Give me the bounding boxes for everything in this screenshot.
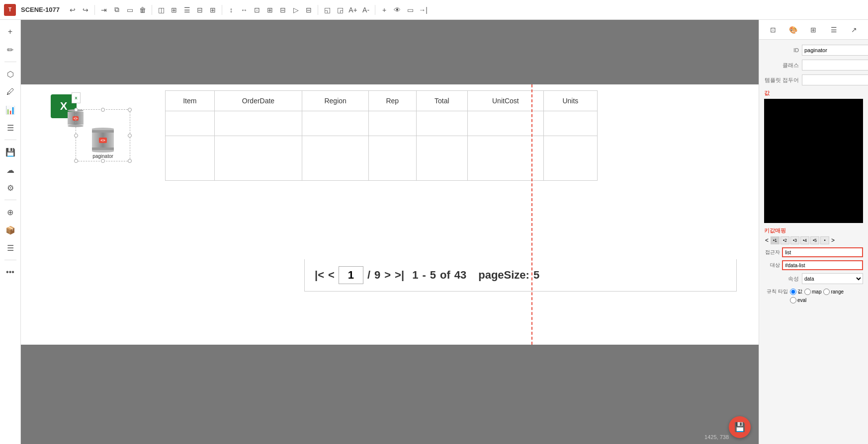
delete-icon[interactable]: 🗑 [138, 5, 148, 15]
key-tab-4[interactable]: •4 [800, 236, 809, 244]
template-prop-row: 템플릿 접두어 [764, 74, 863, 85]
excel-icon-container: X X <> [51, 94, 77, 118]
rule-radio-eval[interactable]: eval [790, 297, 806, 303]
sidebar-chart-icon[interactable]: 📊 [2, 102, 18, 118]
prev-page-btn[interactable]: < [328, 269, 335, 282]
key-tab-3[interactable]: •3 [790, 236, 799, 244]
arrow-h-icon[interactable]: ↔ [239, 5, 249, 15]
grid-icon[interactable]: ⊞ [169, 5, 179, 15]
arrow-right-icon[interactable]: →| [418, 5, 428, 15]
sidebar-add-icon[interactable]: + [2, 24, 18, 40]
tab-icon[interactable]: ⇥ [99, 5, 109, 15]
rule-radio-value[interactable]: 값 [790, 288, 802, 295]
page-number-input[interactable] [339, 266, 363, 284]
key-tab-next[interactable]: > [830, 237, 836, 244]
panel-tab-share[interactable]: ↗ [847, 23, 861, 37]
coordinates-display: 1425, 738 [704, 434, 729, 440]
paginator-box[interactable]: <> paginator [76, 109, 130, 161]
panel-tab-list[interactable]: ☰ [827, 23, 841, 37]
top-toolbar: T SCENE-1077 ↩ ↪ ⇥ ⧉ ▭ 🗑 ◫ ⊞ ☰ ⊟ ⊞ ↕ ↔ ⊡… [0, 0, 868, 20]
last-page-btn[interactable]: >| [395, 269, 404, 282]
sidebar-edit-icon[interactable]: 🖊 [2, 84, 18, 100]
target-label: 대상 [764, 262, 780, 269]
key-tab-2[interactable]: •2 [781, 236, 789, 244]
first-page-btn[interactable]: |< [315, 269, 324, 282]
grid2-icon[interactable]: ⊞ [265, 5, 275, 15]
sidebar-hex-icon[interactable]: ⬡ [2, 66, 18, 82]
toolbar-sep-3 [222, 5, 222, 15]
template-input[interactable] [802, 74, 868, 85]
red-dashed-line [531, 84, 532, 345]
cell [369, 111, 417, 136]
page-size-value: 5 [533, 269, 539, 282]
panel-tab-grid[interactable]: ⊞ [806, 23, 820, 37]
target-input[interactable] [782, 260, 863, 270]
rule-type-row: 규칙 타입 값 map range [764, 288, 863, 295]
plus-rect-icon[interactable]: ⊞ [208, 5, 218, 15]
key-tab-prev[interactable]: < [764, 237, 770, 244]
box-icon[interactable]: ⊡ [252, 5, 262, 15]
sidebar-more-icon[interactable]: ••• [2, 264, 18, 280]
page-separator: / [367, 269, 370, 282]
sidebar-gear-icon[interactable]: ⚙ [2, 180, 18, 196]
rect-icon[interactable]: ▭ [125, 5, 135, 15]
copy-icon[interactable]: ⧉ [112, 5, 122, 15]
sidebar-save-icon[interactable]: 💾 [2, 144, 18, 160]
right-panel-tabs: ⊡ 🎨 ⊞ ☰ ↗ [759, 20, 868, 40]
eye-icon[interactable]: 👁 [392, 5, 402, 15]
redo-icon[interactable]: ↪ [81, 5, 90, 15]
play-icon[interactable]: ▷ [291, 5, 301, 15]
panel-tab-color[interactable]: 🎨 [786, 23, 800, 37]
toolbar-sep-4 [318, 5, 318, 15]
window-icon[interactable]: ▭ [405, 5, 415, 15]
toolbar-sep-1 [94, 5, 95, 15]
cell [302, 111, 369, 136]
minus2-icon[interactable]: ⊟ [278, 5, 288, 15]
of-text: of [440, 269, 450, 282]
sidebar-package-icon[interactable]: 📦 [2, 222, 18, 238]
toolbar-sep-2 [152, 5, 152, 15]
next-page-btn[interactable]: > [384, 269, 391, 282]
accessor-input[interactable] [782, 247, 863, 257]
key-tab-1[interactable]: •1 [771, 236, 780, 244]
id-input[interactable] [802, 45, 868, 56]
project-name: SCENE-1077 [21, 6, 60, 13]
list-icon[interactable]: ☰ [182, 5, 192, 15]
sidebar-menu-icon[interactable]: ☰ [2, 240, 18, 256]
undo-icon[interactable]: ↩ [68, 5, 78, 15]
sidebar-table-icon[interactable]: ☰ [2, 120, 18, 136]
rule-radio-range[interactable]: range [823, 289, 844, 295]
sidebar-plus-icon[interactable]: ⊕ [2, 204, 18, 220]
class-input[interactable] [802, 60, 868, 71]
sidebar-pen-icon[interactable]: ✏ [2, 42, 18, 58]
font-increase-icon[interactable]: A+ [348, 5, 358, 15]
cell [214, 136, 302, 181]
key-tab-6[interactable]: • [820, 236, 829, 244]
arrow-v-icon[interactable]: ↕ [226, 5, 236, 15]
property-select[interactable]: data [802, 273, 863, 284]
minus-rect-icon[interactable]: ⊟ [195, 5, 205, 15]
paginator-db-visual: <> [92, 128, 114, 152]
data-table: Item OrderDate Region Rep Total UnitCost… [165, 90, 598, 181]
shape1-icon[interactable]: ◱ [322, 5, 332, 15]
add-icon[interactable]: + [379, 5, 389, 15]
rule-value-label: 값 [797, 288, 802, 295]
rule-radio-map[interactable]: map [804, 289, 821, 295]
sidebar-cloud-icon[interactable]: ☁ [2, 162, 18, 178]
col-header-units: Units [543, 91, 597, 111]
shape2-icon[interactable]: ◲ [335, 5, 345, 15]
total-pages: 9 [374, 269, 380, 282]
range-end: 5 [430, 269, 436, 282]
template-label: 템플릿 접두어 [764, 76, 799, 84]
col-header-region: Region [302, 91, 369, 111]
col-header-rep: Rep [369, 91, 417, 111]
split-h-icon[interactable]: ◫ [156, 5, 166, 15]
canvas-content[interactable]: X X <> [21, 84, 759, 345]
minus3-icon[interactable]: ⊟ [304, 5, 314, 15]
canvas-top-bar [21, 20, 759, 84]
save-button[interactable]: 💾 [729, 416, 751, 438]
rule-map-label: map [812, 289, 821, 295]
panel-tab-layout[interactable]: ⊡ [766, 23, 780, 37]
key-tab-5[interactable]: •5 [810, 236, 819, 244]
font-decrease-icon[interactable]: A- [361, 5, 371, 15]
